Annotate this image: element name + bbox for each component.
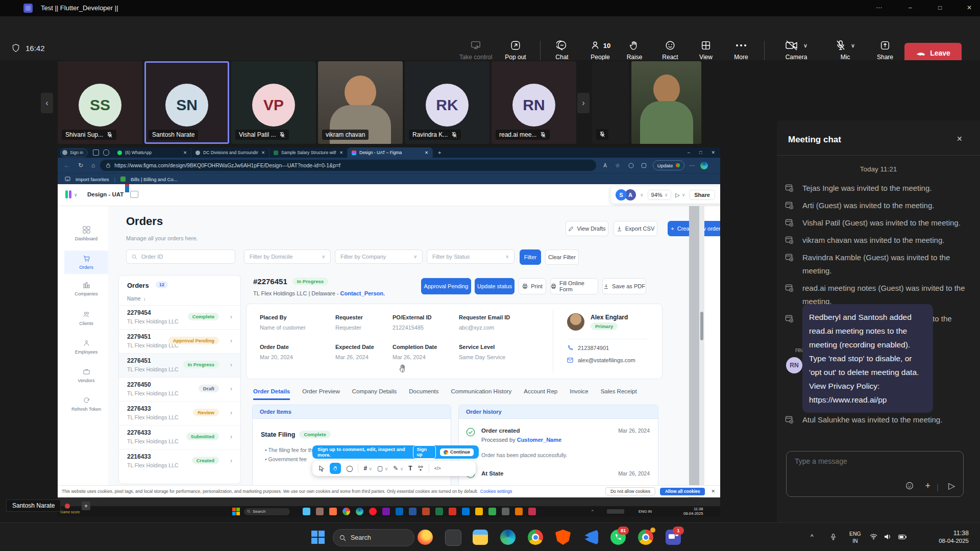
battery-icon[interactable] xyxy=(898,535,906,539)
start-button[interactable] xyxy=(311,531,325,544)
text-tool-icon[interactable]: T xyxy=(408,465,412,472)
chat-input-box[interactable]: + | ▷ xyxy=(786,451,964,497)
mic-button[interactable]: ∨ Mic xyxy=(821,40,870,61)
filter-domicile-select[interactable]: Filter by Domicile∨ xyxy=(244,249,331,264)
window-maximize-icon[interactable]: □ xyxy=(938,4,942,11)
chrome-icon[interactable] xyxy=(528,530,543,545)
collaborator-avatar[interactable]: S xyxy=(616,189,627,201)
customer-link[interactable]: Customer_Name xyxy=(517,437,561,443)
raise-hand-button[interactable]: Raise xyxy=(615,40,654,61)
export-csv-button[interactable]: Export CSV xyxy=(614,221,657,236)
tab-communication-history[interactable]: Communication History xyxy=(451,388,511,400)
participant-tile-partial[interactable] xyxy=(592,61,629,144)
send-icon[interactable]: ▷ xyxy=(948,481,955,491)
more-button[interactable]: More xyxy=(722,40,761,61)
window-close-icon[interactable]: ✕ xyxy=(967,4,972,11)
whatsapp-icon[interactable]: 81 xyxy=(610,530,626,545)
sidebar-item-dashboard[interactable]: Dashboard xyxy=(64,226,108,241)
remote-taskbar-icon[interactable] xyxy=(502,508,509,515)
browser-maximize-icon[interactable]: □ xyxy=(699,150,702,155)
reload-icon[interactable]: ↻ xyxy=(78,162,83,169)
edge-logo-icon[interactable] xyxy=(700,162,708,169)
order-row[interactable]: 2279454TL Flex Holdings LLC Complete› xyxy=(119,305,240,330)
remote-taskbar-icon[interactable] xyxy=(369,508,377,515)
view-drafts-button[interactable]: View Drafts xyxy=(566,221,608,236)
workspaces-icon[interactable] xyxy=(93,149,99,156)
tab-order-details[interactable]: Order Details xyxy=(253,388,290,400)
taskbar-search[interactable]: Search xyxy=(333,529,414,546)
order-row-selected[interactable]: 2276451TL Flex Holdings LLC In Progress› xyxy=(119,353,240,378)
remote-taskbar-icon[interactable] xyxy=(396,508,403,515)
remote-taskbar-icon[interactable] xyxy=(342,508,350,515)
figma-menu-icon[interactable] xyxy=(65,190,71,198)
contact-email[interactable]: alex@vstatefilings.com xyxy=(567,357,635,363)
browser-tab-active[interactable]: Design - UAT – Figma✕ xyxy=(348,147,433,158)
favorite-star-icon[interactable]: ☆ xyxy=(615,162,620,169)
clear-filter-button[interactable]: Clear Filter xyxy=(545,249,579,265)
tab-invoice[interactable]: Invoice xyxy=(570,388,588,400)
sidebar-item-clients[interactable]: Clients xyxy=(64,311,108,326)
remote-taskbar-icon[interactable] xyxy=(422,508,430,515)
new-tab-button[interactable]: + xyxy=(438,149,441,156)
order-row[interactable]: 2276433TL Flex Holdings LLC Review› xyxy=(119,401,240,425)
clock[interactable]: 11:3808-04-2025 xyxy=(925,530,969,545)
order-row[interactable]: 2279451TL Flex Holdings LLC Approval Pen… xyxy=(119,329,240,354)
sort-header[interactable]: Name↓ xyxy=(127,296,146,302)
pen-tool-icon[interactable]: ✎ ∨ xyxy=(393,465,403,472)
remote-taskbar-icon[interactable] xyxy=(475,508,483,515)
deny-cookies-button[interactable]: Do not allow cookies xyxy=(605,487,655,495)
page-scrollbar[interactable] xyxy=(699,206,704,497)
pop-out-button[interactable]: Pop out xyxy=(496,40,535,61)
window-more-icon[interactable]: ⋯ xyxy=(876,4,882,11)
chrome-profile-icon[interactable] xyxy=(638,530,653,545)
remote-taskbar-icon[interactable] xyxy=(462,508,470,515)
chat-input[interactable] xyxy=(794,457,939,466)
home-icon[interactable]: ⌂ xyxy=(91,162,95,169)
volume-icon[interactable] xyxy=(884,534,891,540)
chat-close-icon[interactable]: ✕ xyxy=(957,135,963,143)
move-tool-icon[interactable] xyxy=(318,465,325,472)
signup-button[interactable]: Sign up xyxy=(413,445,436,459)
tab-account-rep[interactable]: Account Rep xyxy=(524,388,557,400)
print-button[interactable]: Print xyxy=(519,278,546,294)
tab-close-icon[interactable]: ✕ xyxy=(425,150,428,155)
figma-menu-chevron[interactable]: ∨ xyxy=(74,192,78,197)
pinned-participant-tile[interactable] xyxy=(631,61,701,144)
filter-button[interactable]: Filter xyxy=(520,249,541,265)
remote-search[interactable]: Search xyxy=(244,508,290,515)
file-explorer-icon[interactable] xyxy=(473,530,488,545)
fill-online-form-button[interactable]: Fill Online Form xyxy=(550,278,598,294)
google-continue-button[interactable]: Continue xyxy=(440,448,474,456)
hand-tool-icon[interactable] xyxy=(330,463,341,474)
update-status-button[interactable]: Update status xyxy=(475,278,514,294)
figma-share-button[interactable]: Share xyxy=(689,190,715,200)
sidebar-item-orders[interactable]: Orders xyxy=(64,251,108,274)
filmstrip-prev-button[interactable]: ‹ xyxy=(41,93,53,113)
order-row[interactable]: 2216433TL Flex Holdings LLC Created› xyxy=(119,449,240,473)
browser-more-icon[interactable]: ⋯ xyxy=(690,162,695,169)
filter-status-select[interactable]: Filter by Status∨ xyxy=(427,249,514,264)
tray-mic-icon[interactable] xyxy=(830,533,837,541)
import-favorites[interactable]: Import favorites xyxy=(76,177,109,182)
view-button[interactable]: View xyxy=(687,40,725,61)
brave-icon[interactable] xyxy=(555,530,571,545)
extensions-icon[interactable] xyxy=(641,163,647,168)
remote-taskbar-icon[interactable] xyxy=(435,508,443,515)
remote-taskbar-icon[interactable] xyxy=(316,508,324,515)
order-row[interactable]: 2276433TL Flex Holdings LLC Submitted› xyxy=(119,425,240,449)
presenter-add-button[interactable]: + xyxy=(82,502,90,510)
update-button[interactable]: Update xyxy=(653,160,684,170)
tab-order-preview[interactable]: Order Preview xyxy=(302,388,340,400)
firefox-icon[interactable] xyxy=(418,530,433,545)
remote-taskbar-icon[interactable] xyxy=(409,508,416,515)
remote-language[interactable]: ENG IN xyxy=(639,509,652,514)
contact-person-link[interactable]: Contact_Person. xyxy=(340,290,385,296)
read-aloud-icon[interactable]: A xyxy=(603,163,607,168)
vscode-icon[interactable] xyxy=(583,530,598,545)
browser-close-icon[interactable]: ✕ xyxy=(711,150,715,155)
app-icon[interactable] xyxy=(445,530,461,546)
allow-cookies-button[interactable]: Allow all cookies xyxy=(660,488,705,495)
react-button[interactable]: React xyxy=(651,40,690,61)
frame-tool-icon[interactable]: # ∨ xyxy=(363,465,372,472)
remote-taskbar-icon[interactable] xyxy=(329,508,337,515)
